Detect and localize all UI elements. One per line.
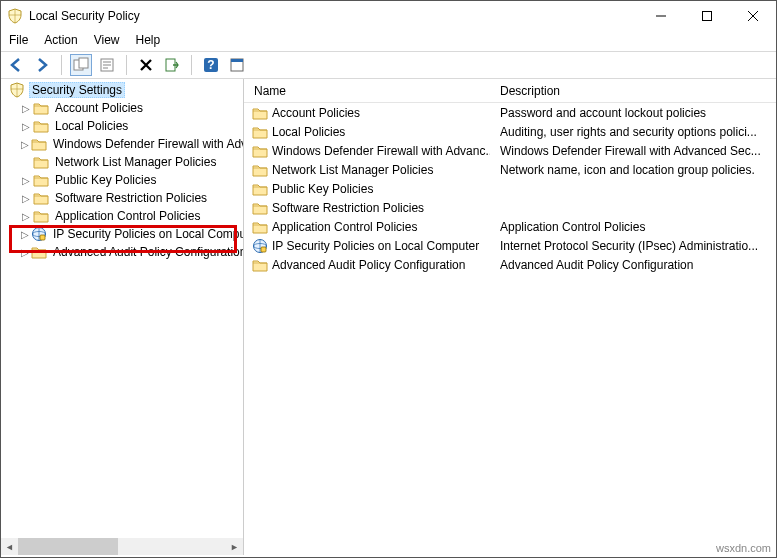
delete-button[interactable] [135, 54, 157, 76]
ipsec-icon [31, 226, 47, 242]
tree-item-label: IP Security Policies on Local Compute [51, 227, 244, 241]
menu-file[interactable]: File [9, 33, 28, 47]
list-row[interactable]: Software Restriction Policies [244, 198, 776, 217]
folder-icon [33, 208, 49, 224]
tree-item-label: Advanced Audit Policy Configuration [51, 245, 244, 259]
folder-icon [252, 219, 268, 235]
back-button[interactable] [5, 54, 27, 76]
horizontal-scrollbar[interactable]: ◄ ► [1, 538, 243, 555]
list-item-description: Auditing, user rights and security optio… [490, 125, 776, 139]
tree-item-label: Network List Manager Policies [53, 155, 218, 169]
folder-icon [252, 181, 268, 197]
tree-item[interactable]: ▷Public Key Policies [3, 171, 243, 189]
expand-arrow-icon[interactable]: ▷ [21, 193, 31, 204]
list-pane: Name Description Account PoliciesPasswor… [244, 79, 776, 555]
scroll-left-button[interactable]: ◄ [1, 538, 18, 555]
forward-button[interactable] [31, 54, 53, 76]
minimize-button[interactable] [638, 1, 684, 31]
list-item-description: Network name, icon and location group po… [490, 163, 776, 177]
list-header: Name Description [244, 79, 776, 103]
list-item-description: Windows Defender Firewall with Advanced … [490, 144, 776, 158]
expand-arrow-icon[interactable]: ▷ [21, 247, 29, 258]
folder-icon [252, 105, 268, 121]
window-title: Local Security Policy [29, 9, 638, 23]
list-item-name: Public Key Policies [272, 182, 373, 196]
separator [191, 55, 192, 75]
list-row[interactable]: Local PoliciesAuditing, user rights and … [244, 122, 776, 141]
list-item-name: IP Security Policies on Local Computer [272, 239, 479, 253]
titlebar: Local Security Policy [1, 1, 776, 31]
expand-arrow-icon[interactable]: ▷ [21, 121, 31, 132]
list-item-name: Application Control Policies [272, 220, 417, 234]
expand-arrow-icon[interactable]: ▷ [21, 211, 31, 222]
list-item-name: Network List Manager Policies [272, 163, 433, 177]
tree-root-label: Security Settings [29, 82, 125, 98]
folder-icon [252, 124, 268, 140]
folder-icon [31, 136, 47, 152]
help-button[interactable] [200, 54, 222, 76]
tree-item[interactable]: ▷Application Control Policies [3, 207, 243, 225]
show-hide-tree-button[interactable] [70, 54, 92, 76]
separator [126, 55, 127, 75]
menu-action[interactable]: Action [44, 33, 77, 47]
folder-icon [252, 162, 268, 178]
tree-item[interactable]: ▷Local Policies [3, 117, 243, 135]
expand-arrow-icon[interactable]: ▷ [21, 229, 29, 240]
scroll-thumb[interactable] [18, 538, 118, 555]
tree-item[interactable]: ▷Advanced Audit Policy Configuration [3, 243, 243, 261]
menubar: File Action View Help [1, 31, 776, 51]
tree-item[interactable]: Network List Manager Policies [3, 153, 243, 171]
list-row[interactable]: Application Control PoliciesApplication … [244, 217, 776, 236]
tree-item-label: Software Restriction Policies [53, 191, 209, 205]
folder-icon [33, 172, 49, 188]
tree-item[interactable]: ▷Account Policies [3, 99, 243, 117]
tree-item-label: Local Policies [53, 119, 130, 133]
folder-icon [33, 118, 49, 134]
folder-icon [31, 244, 47, 260]
list-row[interactable]: Windows Defender Firewall with Advanc...… [244, 141, 776, 160]
window-button[interactable] [226, 54, 248, 76]
folder-icon [252, 257, 268, 273]
list-item-description: Application Control Policies [490, 220, 776, 234]
expand-arrow-icon[interactable]: ▷ [21, 139, 29, 150]
menu-view[interactable]: View [94, 33, 120, 47]
list-item-description: Internet Protocol Security (IPsec) Admin… [490, 239, 776, 253]
close-button[interactable] [730, 1, 776, 31]
tree-item-label: Windows Defender Firewall with Adva [51, 137, 244, 151]
list-row[interactable]: Network List Manager PoliciesNetwork nam… [244, 160, 776, 179]
folder-icon [33, 154, 49, 170]
svg-rect-11 [703, 12, 712, 21]
column-header-description[interactable]: Description [490, 84, 776, 98]
tree-item-label: Application Control Policies [53, 209, 202, 223]
expand-arrow-icon[interactable]: ▷ [21, 175, 31, 186]
list-item-name: Windows Defender Firewall with Advanc... [272, 144, 490, 158]
list-row[interactable]: IP Security Policies on Local ComputerIn… [244, 236, 776, 255]
list-row[interactable]: Account PoliciesPassword and account loc… [244, 103, 776, 122]
tree-item[interactable]: ▷Windows Defender Firewall with Adva [3, 135, 243, 153]
tree-item-label: Public Key Policies [53, 173, 158, 187]
scroll-right-button[interactable]: ► [226, 538, 243, 555]
list-item-name: Account Policies [272, 106, 360, 120]
ipsec-icon [252, 238, 268, 254]
shield-icon [9, 82, 25, 98]
tree-item[interactable]: ▷Software Restriction Policies [3, 189, 243, 207]
tree-item-label: Account Policies [53, 101, 145, 115]
export-button[interactable] [161, 54, 183, 76]
toolbar [1, 51, 776, 79]
list-item-name: Software Restriction Policies [272, 201, 424, 215]
list-row[interactable]: Public Key Policies [244, 179, 776, 198]
expand-arrow-icon[interactable]: ▷ [21, 103, 31, 114]
tree-item[interactable]: ▷IP Security Policies on Local Compute [3, 225, 243, 243]
maximize-button[interactable] [684, 1, 730, 31]
tree-root[interactable]: Security Settings [3, 81, 243, 99]
app-icon [7, 8, 23, 24]
column-header-name[interactable]: Name [244, 84, 490, 98]
menu-help[interactable]: Help [136, 33, 161, 47]
folder-icon [252, 200, 268, 216]
properties-button[interactable] [96, 54, 118, 76]
list-row[interactable]: Advanced Audit Policy ConfigurationAdvan… [244, 255, 776, 274]
watermark: wsxdn.com [716, 542, 771, 554]
list-item-name: Advanced Audit Policy Configuration [272, 258, 465, 272]
list-item-description: Advanced Audit Policy Configuration [490, 258, 776, 272]
folder-icon [33, 190, 49, 206]
